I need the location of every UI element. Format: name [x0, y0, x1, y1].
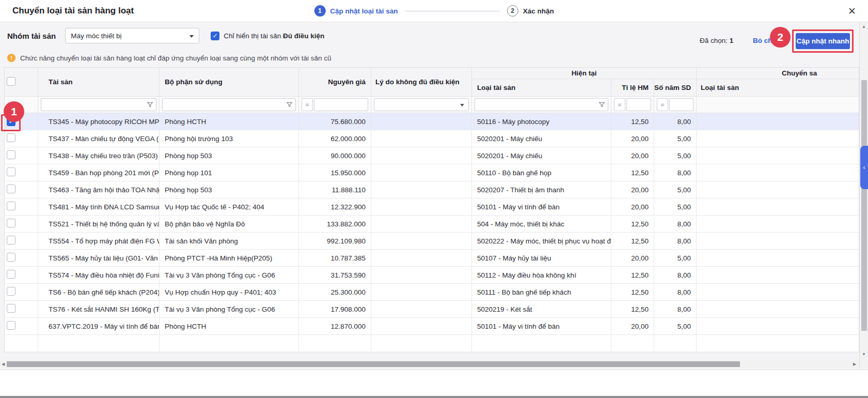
checkbox-cell — [5, 164, 38, 181]
checkbox-cell — [5, 216, 38, 233]
filter-years: = — [657, 98, 693, 111]
filter-years-input[interactable] — [669, 98, 693, 111]
empty-cell — [371, 335, 472, 352]
col-header-target-type[interactable]: Loại tài sản — [697, 79, 859, 97]
row-checkbox[interactable] — [7, 304, 15, 313]
reason-cell — [371, 216, 472, 233]
row-checkbox[interactable] — [7, 133, 15, 142]
eligible-only-checkbox-row[interactable]: ✓ Chỉ hiển thị tài sản Đủ điều kiện — [211, 32, 324, 40]
reason-cell — [371, 113, 472, 130]
filter-asset-input[interactable] — [41, 98, 156, 111]
filter-cost-input[interactable] — [314, 98, 368, 111]
equals-operator[interactable]: = — [614, 98, 625, 111]
select-all-checkbox[interactable] — [7, 77, 15, 86]
horizontal-scrollbar-thumb[interactable] — [7, 361, 740, 367]
table-row[interactable]: TS437 - Màn chiếu tự động VEGA (P103)Phò… — [5, 130, 859, 147]
table-row[interactable]: TS438 - Máy chiếu treo trần (P503)Phòng … — [5, 147, 859, 164]
row-checkbox[interactable] — [7, 270, 15, 279]
horizontal-scrollbar[interactable]: ◀ ▶ — [0, 360, 859, 368]
years-cell: 5,00 — [654, 130, 697, 147]
table-row[interactable]: TS554 - Tổ hợp máy phát điện FG Wilson 2… — [5, 233, 859, 250]
asset-cell: TS345 - Máy photocopy RICOH MP28523P-DF.… — [38, 113, 160, 130]
equals-operator[interactable]: = — [657, 98, 668, 111]
row-checkbox[interactable] — [7, 321, 15, 330]
target-type-cell — [697, 147, 859, 164]
table-row[interactable]: TS574 - Máy điều hòa nhiệt độ Funiki tủ … — [5, 267, 859, 284]
table-row[interactable]: TS6 - Bộ bàn ghế tiếp khách (P204)Vụ Hợp… — [5, 284, 859, 301]
col-header-depreciation-rate[interactable]: Tỉ lệ HM — [611, 79, 654, 97]
col-header-asset[interactable]: Tài sản — [38, 68, 160, 97]
side-panel-toggle[interactable]: ‹ — [860, 146, 868, 189]
years-cell: 5,00 — [654, 250, 697, 267]
table-row[interactable]: ✓TS345 - Máy photocopy RICOH MP28523P-DF… — [5, 113, 859, 130]
rate-cell: 20,00 — [611, 318, 654, 335]
col-header-department[interactable]: Bộ phận sử dụng — [160, 68, 299, 97]
empty-cell — [472, 335, 611, 352]
vertical-scrollbar[interactable]: ▲ ▼ — [859, 22, 868, 368]
table-row[interactable]: TS521 - Thiết bị hệ thống quản lý và giá… — [5, 216, 859, 233]
rate-cell: 20,00 — [611, 130, 654, 147]
department-cell: Vụ Hợp chuẩn Hợp quy - P401; 403 — [160, 284, 299, 301]
target-type-cell — [697, 250, 859, 267]
asset-group-label: Nhóm tài sản — [7, 32, 56, 40]
filter-bar: Nhóm tài sản Máy móc thiết bị ✓ Chỉ hiển… — [7, 28, 324, 43]
col-header-reason[interactable]: Lý do không đủ điều kiện — [371, 68, 472, 97]
table-row[interactable]: TS481 - Máy tính ĐNA LCD Samsung 18.5 (C… — [5, 198, 859, 216]
scroll-up-icon[interactable]: ▲ — [862, 25, 866, 29]
target-type-cell — [697, 301, 859, 318]
col-header-current-type[interactable]: Loại tài sản — [472, 79, 611, 97]
stepper: 1 Cập nhật loại tài sản 2 Xác nhận — [314, 0, 554, 22]
department-cell: Phòng HCTH — [160, 113, 299, 130]
table-row[interactable]: 637.VPTC.2019 - Máy vi tính để bànPhòng … — [5, 318, 859, 335]
table-row[interactable]: TS565 - Máy hủy tài liệu (G01- Văn thư)P… — [5, 250, 859, 267]
asset-cell: TS554 - Tổ hợp máy phát điện FG Wilson 2… — [38, 233, 160, 250]
col-header-useful-years[interactable]: Số năm SD — [654, 79, 697, 97]
department-cell: Tài sản khối Văn phòng — [160, 233, 299, 250]
dialog-footer: Hủy Tiếp tục — [0, 370, 868, 396]
rate-cell: 12,50 — [611, 113, 654, 130]
years-cell: 8,00 — [654, 216, 697, 233]
scroll-down-icon[interactable]: ▼ — [862, 353, 866, 357]
years-cell: 5,00 — [654, 198, 697, 216]
table-row[interactable]: TS459 - Bàn họp phòng 201 mới (P101)Phòn… — [5, 164, 859, 181]
table-row[interactable]: TS463 - Tăng âm hội thảo TOA Nhật - Đài … — [5, 181, 859, 198]
asset-cell: TS565 - Máy hủy tài liệu (G01- Văn thư) — [38, 250, 160, 267]
eligible-only-checkbox[interactable]: ✓ — [211, 32, 219, 40]
filter-department-input[interactable] — [162, 98, 296, 111]
quick-update-button[interactable]: Cập nhật nhanh — [796, 33, 850, 49]
filter-current-type-input[interactable] — [475, 98, 608, 111]
equals-operator[interactable]: = — [302, 98, 313, 111]
row-checkbox[interactable] — [7, 202, 15, 210]
row-checkbox[interactable] — [7, 236, 15, 244]
checkbox-cell — [5, 130, 38, 147]
row-checkbox[interactable] — [7, 167, 15, 176]
vertical-scrollbar-thumb[interactable] — [861, 80, 867, 331]
empty-cell — [697, 335, 859, 352]
empty-cell — [5, 335, 38, 352]
row-checkbox[interactable] — [7, 185, 15, 193]
empty-cell — [654, 335, 697, 352]
current-type-cell: 50107 - Máy hủy tài liệu — [472, 250, 611, 267]
row-checkbox[interactable] — [7, 253, 15, 262]
asset-cell: TS463 - Tăng âm hội thảo TOA Nhật - Đài … — [38, 181, 160, 198]
row-checkbox[interactable] — [7, 287, 15, 296]
chevron-down-icon — [460, 104, 464, 106]
reason-cell — [371, 318, 472, 335]
target-type-cell — [697, 113, 859, 130]
row-checkbox[interactable] — [7, 150, 15, 159]
scroll-right-icon[interactable]: ▶ — [853, 362, 856, 366]
asset-cell: TS76 - Két sắt HANMI SH 160Kg (TV3) — [38, 301, 160, 318]
row-checkbox[interactable] — [7, 219, 15, 227]
scroll-left-icon[interactable]: ◀ — [2, 362, 5, 366]
notice-row: ! Chức năng chuyển loại tài sản hàng loạ… — [7, 54, 332, 62]
cost-cell: 11.888.110 — [299, 181, 371, 198]
filter-rate-input[interactable] — [626, 98, 651, 111]
close-icon[interactable]: ✕ — [844, 0, 860, 22]
filter-reason-select[interactable] — [374, 98, 469, 111]
target-type-cell — [697, 130, 859, 147]
asset-group-select[interactable]: Máy móc thiết bị — [65, 28, 199, 43]
funnel-icon — [598, 101, 605, 108]
col-header-cost[interactable]: Nguyên giá — [299, 68, 371, 97]
table-row[interactable]: TS76 - Két sắt HANMI SH 160Kg (TV3)Tài v… — [5, 301, 859, 318]
chevron-down-icon — [190, 35, 194, 38]
